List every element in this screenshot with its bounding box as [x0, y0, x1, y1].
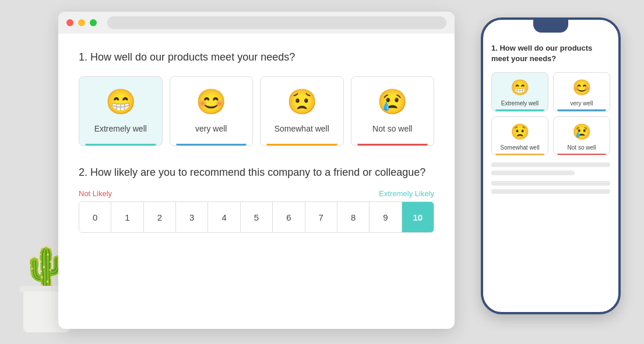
mobile-option-extremely-well[interactable]: 😁 Extremely well — [491, 72, 548, 112]
underline-very-well — [176, 144, 247, 146]
underline-somewhat-well — [266, 144, 337, 146]
option-extremely-well[interactable]: 😁 Extremely well — [79, 76, 163, 146]
scale-options: 0 1 2 3 4 5 6 7 8 9 10 — [79, 201, 434, 233]
mobile-label-not-so-well: Not so well — [568, 144, 596, 151]
mobile-option-very-well[interactable]: 😊 very well — [553, 72, 610, 112]
mobile-label-somewhat-well: Somewhat well — [500, 144, 539, 151]
mobile-emoji-not-so-well: 😢 — [572, 123, 591, 141]
scale-5[interactable]: 5 — [241, 202, 273, 232]
option-very-well[interactable]: 😊 very well — [170, 76, 254, 146]
mobile-label-very-well: very well — [571, 100, 593, 107]
emoji-extremely-well: 😁 — [105, 87, 136, 116]
scale-labels: Not Likely Extremely Likely — [79, 189, 434, 198]
emoji-somewhat-well: 😟 — [287, 87, 317, 116]
mobile-question1-title: 1. How well do our products meet your ne… — [491, 43, 610, 64]
mobile-mockup: 1. How well do our products meet your ne… — [481, 17, 621, 314]
browser-dot-red[interactable] — [66, 19, 73, 26]
emoji-not-so-well: 😢 — [377, 87, 407, 116]
browser-dot-green[interactable] — [90, 19, 97, 26]
label-not-so-well: Not so well — [372, 124, 412, 133]
mobile-skeleton-1 — [491, 162, 610, 167]
option-not-so-well[interactable]: 😢 Not so well — [351, 76, 435, 146]
emoji-very-well: 😊 — [196, 87, 226, 116]
browser-address-bar — [107, 16, 446, 29]
mobile-underline-very-well — [557, 109, 606, 111]
scale-9[interactable]: 9 — [369, 202, 402, 232]
mobile-option-somewhat-well[interactable]: 😟 Somewhat well — [491, 116, 548, 156]
browser-content: 1. How well do our products meet your ne… — [58, 34, 455, 250]
scale-7[interactable]: 7 — [305, 202, 337, 232]
browser-mockup: 1. How well do our products meet your ne… — [58, 12, 455, 329]
mobile-underline-extremely-well — [495, 109, 544, 111]
mobile-label-extremely-well: Extremely well — [501, 100, 539, 107]
scale-label-not-likely: Not Likely — [79, 189, 112, 198]
browser-dot-yellow[interactable] — [78, 19, 85, 26]
scale-1[interactable]: 1 — [111, 202, 143, 232]
scale-6[interactable]: 6 — [273, 202, 305, 232]
mobile-skeleton-3 — [491, 181, 610, 186]
label-somewhat-well: Somewhat well — [275, 124, 329, 133]
label-extremely-well: Extremely well — [94, 124, 147, 133]
mobile-emoji-very-well: 😊 — [572, 79, 591, 97]
scene: 🌵 1. How well do our products meet your … — [0, 0, 644, 344]
browser-toolbar — [58, 12, 455, 34]
mobile-underline-not-so-well — [557, 154, 606, 155]
mobile-emoji-extremely-well: 😁 — [511, 79, 529, 97]
question1-title: 1. How well do our products meet your ne… — [79, 51, 434, 63]
scale-0[interactable]: 0 — [79, 202, 111, 232]
scale-10[interactable]: 10 — [402, 202, 434, 232]
emoji-options-group: 😁 Extremely well 😊 very well 😟 Somewhat … — [79, 76, 434, 146]
mobile-emoji-somewhat-well: 😟 — [511, 123, 529, 141]
mobile-option-not-so-well[interactable]: 😢 Not so well — [553, 116, 610, 156]
option-somewhat-well[interactable]: 😟 Somewhat well — [260, 76, 344, 146]
mobile-skeleton-2 — [491, 171, 575, 175]
mobile-notch — [533, 20, 568, 33]
scale-2[interactable]: 2 — [144, 202, 176, 232]
scale-3[interactable]: 3 — [176, 202, 208, 232]
label-very-well: very well — [195, 124, 227, 133]
underline-extremely-well — [85, 144, 156, 146]
scale-label-extremely-likely: Extremely Likely — [379, 189, 434, 198]
scale-8[interactable]: 8 — [337, 202, 369, 232]
question2-title: 2. How likely are you to recommend this … — [79, 166, 434, 179]
mobile-emoji-grid: 😁 Extremely well 😊 very well 😟 Somewhat … — [491, 72, 610, 155]
mobile-content: 1. How well do our products meet your ne… — [483, 37, 618, 300]
scale-4[interactable]: 4 — [208, 202, 240, 232]
mobile-skeleton-4 — [491, 189, 610, 194]
mobile-underline-somewhat-well — [495, 154, 544, 155]
underline-not-so-well — [357, 144, 428, 146]
